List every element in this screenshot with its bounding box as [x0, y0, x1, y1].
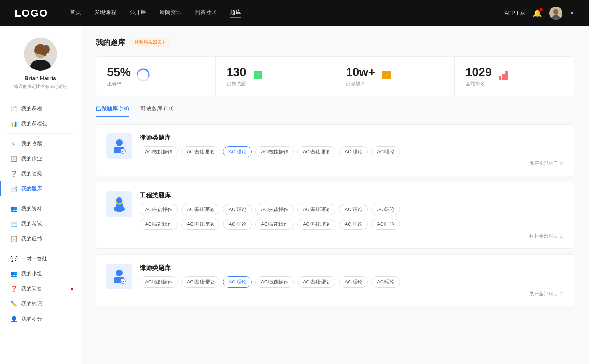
l2-tag-6[interactable]: ACI理论	[339, 276, 368, 288]
cert-icon: 📋	[10, 235, 17, 242]
sidebar-item-my-courses[interactable]: 📄 我的课程	[0, 101, 81, 116]
sidebar-item-label: 我的资料	[21, 206, 42, 212]
nav-home[interactable]: 首页	[70, 9, 81, 18]
bank-icon: 📑	[10, 185, 17, 192]
tag-1[interactable]: ACI技能操作	[140, 146, 178, 157]
svg-rect-14	[502, 74, 505, 80]
sidebar-item-questions[interactable]: ❓ 我的问答	[0, 281, 81, 296]
sidebar-item-homework[interactable]: 📋 我的作业	[0, 151, 81, 166]
nav-question-bank[interactable]: 题库	[230, 9, 241, 18]
sidebar-item-label: 我的课程	[21, 106, 42, 112]
expand-link-2[interactable]: 展开全部科目 ∨	[140, 290, 564, 297]
e-tag-r2-4[interactable]: ACI技能操作	[255, 219, 294, 230]
svg-point-24	[116, 270, 123, 276]
sidebar-item-label: 一对一答疑	[21, 256, 47, 262]
l2-tag-5[interactable]: ACI基础理论	[297, 276, 336, 288]
e-tag-6[interactable]: ACI理论	[339, 204, 368, 215]
sidebar-item-label: 我的作业	[21, 156, 42, 162]
user-avatar[interactable]	[549, 7, 562, 20]
e-tag-5[interactable]: ACI基础理论	[297, 204, 336, 215]
tag-4[interactable]: ACI技能操作	[255, 146, 294, 157]
bank-name-lawyer-2: 律师类题库	[140, 264, 564, 272]
points-icon: 👤	[10, 315, 17, 322]
e-tag-r2-2[interactable]: ACI基础理论	[181, 219, 220, 230]
sidebar-item-exams[interactable]: 📃 我的考试	[0, 216, 81, 231]
sidebar-item-favorites[interactable]: ☆ 我的收藏	[0, 136, 81, 151]
sidebar-item-tutor[interactable]: 💬 一对一答疑	[0, 251, 81, 266]
stat-banks-number: 10w+	[346, 65, 375, 79]
tag-3-selected[interactable]: ACI理论	[223, 146, 252, 157]
stat-banks-content: 10w+ 已做题库	[346, 65, 375, 87]
sidebar-item-points[interactable]: 👤 我的积分	[0, 311, 81, 326]
sidebar-item-certificates[interactable]: 📋 我的证书	[0, 231, 81, 246]
engineer-icon	[106, 191, 132, 217]
bank-tags-engineer-row1: ACI技能操作 ACI基础理论 ACI理论 ACI技能操作 ACI基础理论 AC…	[140, 204, 564, 215]
menu-divider-3	[7, 249, 73, 249]
notification-bell[interactable]: 🔔	[533, 9, 542, 18]
svg-point-23	[116, 197, 123, 204]
sidebar-item-label: 我的问答	[21, 286, 42, 292]
stat-rank-number: 1029	[466, 65, 492, 79]
exam-icon: 📃	[10, 220, 17, 227]
e-tag-3[interactable]: ACI理论	[223, 204, 252, 215]
collapse-link-engineer[interactable]: 收起全部科目 ∧	[140, 233, 564, 239]
sidebar-item-label: 我的题库	[21, 186, 42, 192]
stat-accuracy-icon	[137, 68, 150, 84]
e-tag-4[interactable]: ACI技能操作	[255, 204, 294, 215]
e-tag-2[interactable]: ACI基础理论	[181, 204, 220, 215]
sidebar-item-qa[interactable]: ❓ 我的答疑	[0, 166, 81, 181]
sidebar-menu: 📄 我的课程 📊 我的课程包... ☆ 我的收藏 📋 我的作业 ❓ 我的答疑 �	[0, 97, 81, 330]
tag-5[interactable]: ACI基础理论	[297, 146, 336, 157]
e-tag-r2-5[interactable]: ACI基础理论	[297, 219, 336, 230]
page-layout: Brian Harris 错误的决定比没有决定要好 📄 我的课程 📊 我的课程包…	[0, 26, 589, 364]
bank-card-engineer: 工程类题库 ACI技能操作 ACI基础理论 ACI理论 ACI技能操作 ACI基…	[96, 182, 574, 249]
tag-6[interactable]: ACI理论	[339, 146, 368, 157]
tag-7[interactable]: ACI理论	[371, 146, 400, 157]
e-tag-7[interactable]: ACI理论	[371, 204, 400, 215]
nav-more[interactable]: ···	[254, 9, 260, 18]
nav-discover[interactable]: 发现课程	[94, 9, 116, 18]
e-tag-r2-1[interactable]: ACI技能操作	[140, 219, 178, 230]
l2-tag-7[interactable]: ACI理论	[371, 276, 400, 288]
nav-open-course[interactable]: 公开课	[130, 9, 146, 18]
course-icon: 📄	[10, 105, 17, 112]
svg-text:≡: ≡	[257, 72, 260, 78]
stat-done-content: 130 已做试题	[227, 65, 246, 87]
e-tag-1[interactable]: ACI技能操作	[140, 204, 178, 215]
sidebar-item-label: 我的课程包...	[21, 121, 52, 127]
app-download-link[interactable]: APP下载	[505, 10, 525, 17]
nav-news[interactable]: 新闻资讯	[159, 9, 181, 18]
sidebar-item-label: 我的答疑	[21, 171, 42, 177]
expand-link-1[interactable]: 展开全部科目 ∨	[140, 160, 564, 167]
tag-2[interactable]: ACI基础理论	[181, 146, 220, 157]
bank-info-engineer: 工程类题库 ACI技能操作 ACI基础理论 ACI理论 ACI技能操作 ACI基…	[140, 191, 564, 239]
svg-text:≡: ≡	[385, 72, 388, 78]
l2-tag-4[interactable]: ACI技能操作	[255, 276, 294, 288]
sidebar-item-notes[interactable]: ✏️ 我的笔记	[0, 296, 81, 311]
e-tag-r2-3[interactable]: ACI理论	[223, 219, 252, 230]
main-content: 我的题库 体验剩余23天！ 55% 正确率 130	[81, 26, 589, 364]
bank-info-lawyer-1: 律师类题库 ACI技能操作 ACI基础理论 ACI理论 ACI技能操作 ACI基…	[140, 133, 564, 167]
nav-qa[interactable]: 问答社区	[195, 9, 217, 18]
menu-divider-1	[7, 133, 73, 134]
sidebar-item-materials[interactable]: 👥 我的资料	[0, 201, 81, 216]
e-tag-r2-6[interactable]: ACI理论	[339, 219, 368, 230]
tab-available-banks[interactable]: 可做题库 (10)	[140, 105, 174, 117]
e-tag-r2-7[interactable]: ACI理论	[371, 219, 400, 230]
sidebar-item-label: 我的笔记	[21, 301, 42, 307]
my-qa-icon: ❓	[10, 285, 17, 292]
l2-tag-3-selected[interactable]: ACI理论	[223, 276, 252, 288]
l2-tag-2[interactable]: ACI基础理论	[181, 276, 220, 288]
sidebar-item-course-packages[interactable]: 📊 我的课程包...	[0, 116, 81, 131]
tab-done-banks[interactable]: 已做题库 (10)	[96, 105, 129, 117]
bank-info-lawyer-2: 律师类题库 ACI技能操作 ACI基础理论 ACI理论 ACI技能操作 ACI基…	[140, 264, 564, 297]
bank-name-engineer: 工程类题库	[140, 191, 564, 200]
nav-right: APP下载 🔔 ▼	[505, 7, 574, 20]
sidebar-item-question-bank[interactable]: 📑 我的题库	[0, 181, 81, 196]
user-menu-chevron[interactable]: ▼	[570, 11, 574, 16]
sidebar-item-groups[interactable]: 👥 我的小组	[0, 266, 81, 281]
bank-tags-lawyer-2: ACI技能操作 ACI基础理论 ACI理论 ACI技能操作 ACI基础理论 AC…	[140, 276, 564, 288]
l2-tag-1[interactable]: ACI技能操作	[140, 276, 178, 288]
stat-accuracy-number: 55%	[107, 65, 131, 79]
stat-banks-icon: ≡	[381, 69, 393, 83]
